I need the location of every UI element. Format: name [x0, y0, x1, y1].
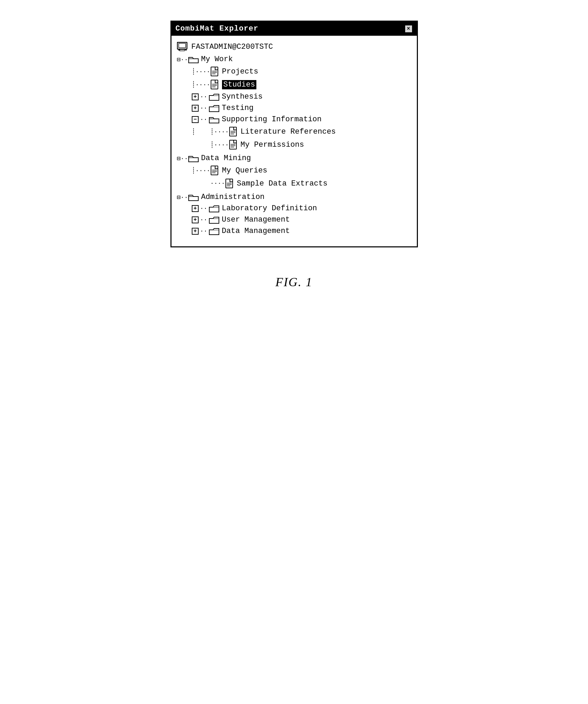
- folder-closed-icon-synthesis: [209, 93, 220, 101]
- my-perms-node[interactable]: ┊···· My Permissions: [174, 138, 414, 151]
- folder-open-icon-mywork: [188, 55, 199, 64]
- data-mgmt-expand[interactable]: +: [192, 228, 199, 235]
- supporting-info-label: Supporting Information: [222, 115, 321, 124]
- synthesis-expand[interactable]: +: [192, 93, 199, 100]
- page-wrapper: CombiMat Explorer × FASTADMIN@C200TSTC ⊟…: [0, 0, 588, 704]
- tree-connector-synthesis: [177, 93, 192, 100]
- studies-node[interactable]: ┊···· Studies: [174, 78, 414, 91]
- data-mining-node[interactable]: ⊟·· Data Mining: [174, 153, 414, 164]
- doc-icon-litrefs: [229, 126, 238, 137]
- tree-dots-synthesis: ··: [200, 93, 208, 100]
- root-node[interactable]: FASTADMIN@C200TSTC: [174, 40, 414, 54]
- tree-connector-datamining: ⊟··: [177, 155, 188, 162]
- administration-label: Administration: [201, 193, 265, 201]
- doc-icon-myperms: [229, 139, 238, 150]
- tree-dots-datamgmt: ··: [200, 228, 208, 235]
- data-mgmt-label: Data Management: [222, 227, 290, 235]
- tree-connector-support: [177, 116, 192, 123]
- tree-connector-datamgmt: [177, 228, 192, 235]
- my-queries-label: My Queries: [222, 166, 267, 175]
- computer-icon: [177, 42, 189, 52]
- lab-def-label: Laboratory Definition: [222, 204, 317, 213]
- projects-node[interactable]: ┊···· Projects: [174, 65, 414, 78]
- sample-extracts-node[interactable]: ···· Sample Data Extracts: [174, 177, 414, 190]
- tree-connector-litrefs: ┊ ┊····: [177, 128, 229, 135]
- svg-rect-9: [211, 80, 218, 89]
- folder-closed-icon-labdef: [209, 204, 220, 213]
- my-work-node[interactable]: ⊟·· My Work: [174, 54, 414, 65]
- lit-refs-node[interactable]: ┊ ┊···· Literature References: [174, 125, 414, 138]
- folder-closed-icon-datamgmt: [209, 227, 220, 235]
- lab-def-node[interactable]: + ·· Laboratory Definition: [174, 203, 414, 214]
- tree-dots-testing: ··: [200, 105, 208, 112]
- data-mining-label: Data Mining: [201, 154, 251, 163]
- folder-open-icon-datamining: [188, 154, 199, 163]
- explorer-window: CombiMat Explorer × FASTADMIN@C200TSTC ⊟…: [170, 21, 418, 247]
- tree-connector-myperms: ┊····: [177, 141, 229, 148]
- title-bar: CombiMat Explorer ×: [171, 22, 417, 36]
- administration-node[interactable]: ⊟·· Administration: [174, 191, 414, 203]
- synthesis-node[interactable]: + ·· Synthesis: [174, 91, 414, 102]
- folder-closed-icon-testing: [209, 104, 220, 112]
- supporting-info-expand[interactable]: −: [192, 116, 199, 123]
- svg-rect-2: [180, 49, 185, 51]
- tree-connector-mywork: ⊟··: [177, 56, 188, 63]
- svg-rect-1: [179, 43, 186, 48]
- projects-label: Projects: [222, 67, 258, 76]
- tree-connector-usermgmt: [177, 216, 192, 223]
- figure-caption: FIG. 1: [276, 275, 313, 289]
- svg-rect-5: [211, 67, 218, 76]
- tree-container: FASTADMIN@C200TSTC ⊟·· My Work ┊····: [171, 36, 417, 246]
- doc-icon-myqueries: [210, 165, 220, 176]
- lit-refs-label: Literature References: [241, 127, 336, 136]
- testing-node[interactable]: + ·· Testing: [174, 102, 414, 114]
- sample-extracts-label: Sample Data Extracts: [237, 179, 328, 188]
- tree-dots-usermgmt: ··: [200, 216, 208, 223]
- tree-connector-projects: ┊····: [177, 68, 210, 75]
- root-label: FASTADMIN@C200TSTC: [191, 43, 273, 51]
- supporting-info-node[interactable]: − ·· Supporting Information: [174, 114, 414, 125]
- lab-def-expand[interactable]: +: [192, 205, 199, 212]
- window-title: CombiMat Explorer: [176, 24, 258, 33]
- my-perms-label: My Permissions: [241, 141, 304, 149]
- folder-closed-icon-usermgmt: [209, 216, 220, 224]
- tree-connector-labdef: [177, 205, 192, 212]
- tree-dots-labdef: ··: [200, 205, 208, 212]
- tree-connector-admin: ⊟··: [177, 193, 188, 201]
- svg-rect-13: [230, 127, 236, 136]
- tree-dots-support: ··: [200, 116, 208, 123]
- close-button[interactable]: ×: [404, 25, 413, 33]
- svg-rect-25: [226, 179, 233, 188]
- synthesis-label: Synthesis: [222, 92, 263, 101]
- doc-icon-projects: [210, 66, 220, 77]
- testing-label: Testing: [222, 104, 253, 112]
- studies-label: Studies: [222, 80, 256, 89]
- svg-rect-4: [185, 49, 187, 51]
- folder-open-icon-support: [209, 115, 220, 124]
- folder-open-icon-admin: [188, 193, 199, 201]
- user-mgmt-expand[interactable]: +: [192, 216, 199, 223]
- svg-rect-21: [211, 166, 218, 175]
- user-mgmt-node[interactable]: + ·· User Management: [174, 214, 414, 225]
- tree-connector-myqueries: ┊····: [177, 167, 210, 174]
- svg-rect-17: [230, 140, 236, 149]
- my-queries-node[interactable]: ┊···· My Queries: [174, 164, 414, 177]
- data-mgmt-node[interactable]: + ·· Data Management: [174, 225, 414, 237]
- tree-connector-testing: [177, 105, 192, 112]
- doc-icon-studies: [210, 79, 220, 90]
- user-mgmt-label: User Management: [222, 215, 290, 224]
- doc-icon-sampleextracts: [225, 178, 235, 189]
- tree-connector-studies: ┊····: [177, 81, 210, 88]
- testing-expand[interactable]: +: [192, 105, 199, 112]
- tree-connector-sampleextracts: ····: [177, 180, 225, 187]
- svg-rect-3: [178, 49, 180, 51]
- my-work-label: My Work: [201, 55, 233, 64]
